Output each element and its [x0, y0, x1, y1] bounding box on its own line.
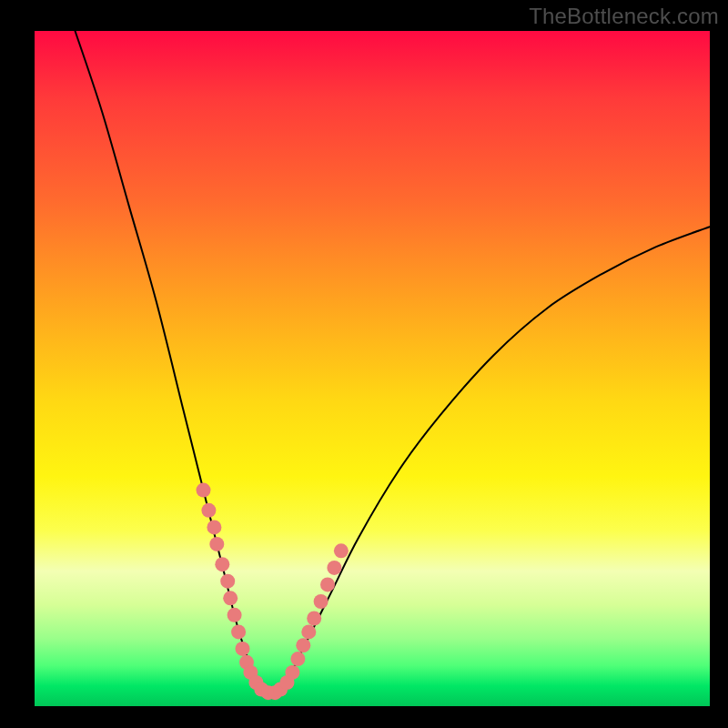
highlight-dot [228, 608, 242, 622]
highlight-dot [301, 624, 316, 639]
chart-frame: TheBottleneck.com [0, 0, 728, 728]
highlight-dot [314, 594, 329, 609]
highlight-dot [220, 574, 235, 589]
watermark-text: TheBottleneck.com [529, 4, 719, 29]
highlight-dot [223, 591, 238, 605]
near-optimum-dots [197, 483, 349, 701]
highlight-dot [334, 543, 349, 558]
highlight-dot [201, 503, 216, 518]
highlight-dot [296, 638, 310, 652]
plot-area [35, 31, 710, 706]
highlight-dot [207, 520, 221, 534]
highlight-dot [215, 557, 229, 571]
highlight-dot [327, 561, 341, 575]
highlight-dot [231, 624, 246, 639]
highlight-dot [209, 537, 224, 551]
highlight-dot [236, 642, 250, 656]
highlight-dot [320, 577, 335, 592]
highlight-dot [290, 652, 305, 666]
highlight-dot [197, 483, 211, 498]
plot-svg [35, 31, 710, 706]
highlight-dot [285, 665, 299, 680]
highlight-dot [307, 612, 321, 626]
bottleneck-curve [76, 31, 711, 695]
